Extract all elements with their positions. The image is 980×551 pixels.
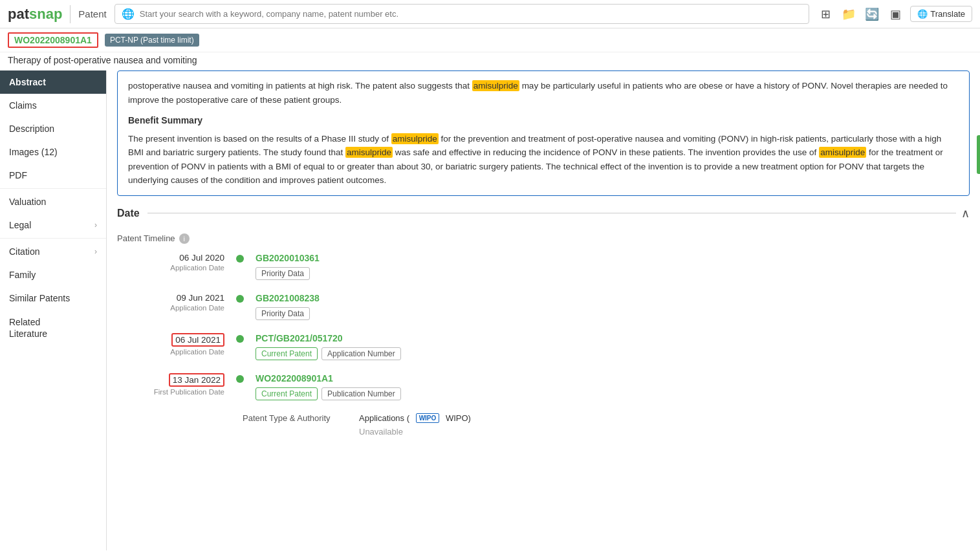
sidebar-item-label: Description <box>9 124 54 134</box>
sidebar-item-label: Citation <box>9 246 39 257</box>
patent-link-3[interactable]: PCT/GB2021/051720 <box>256 333 343 343</box>
pct-status-badge: PCT-NP (Past time limit) <box>105 34 199 47</box>
wipo-badge: WIPO <box>416 413 440 423</box>
sidebar-item-description[interactable]: Description <box>0 117 106 140</box>
sidebar-item-related[interactable]: RelatedLiterature <box>0 310 106 346</box>
patent-type-row: Patent Type & Authority Applications ( W… <box>130 413 970 423</box>
timeline-dot-col-4 <box>234 373 246 383</box>
timeline-date-highlighted-4: 13 Jan 2022 <box>169 373 224 387</box>
header-actions: ⊞ 📁 🔄 ▣ 🌐 Translate <box>817 6 972 23</box>
unavailable-row: Unavailable <box>130 427 970 437</box>
sidebar-item-family[interactable]: Family <box>0 263 106 286</box>
sidebar-item-label: Family <box>9 270 36 280</box>
collapse-icon[interactable]: ∧ <box>961 206 970 221</box>
sidebar-item-label: Images (12) <box>9 147 58 157</box>
timeline-date-col-4: 13 Jan 2022 First Publication Date <box>130 373 234 396</box>
patent-link-1[interactable]: GB2020010361 <box>256 253 320 263</box>
timeline-dot-col-1 <box>234 253 246 263</box>
tag-priority-data-1[interactable]: Priority Data <box>256 267 310 280</box>
sidebar-item-citation[interactable]: Citation › <box>0 240 106 263</box>
timeline-date-label-3: Application Date <box>130 348 224 356</box>
timeline-date-3: 06 Jul 2021 <box>130 333 224 347</box>
timeline-dot-col-2 <box>234 293 246 303</box>
sidebar-item-label: Similar Patents <box>9 293 70 303</box>
timeline-content-col-1: GB2020010361 Priority Data <box>246 253 970 280</box>
unavailable-value: Unavailable <box>359 427 403 437</box>
timeline-date-highlighted-3: 06 Jul 2021 <box>171 333 224 347</box>
date-section-title: Date <box>117 208 140 219</box>
benefit-summary-title: Benefit Summary <box>128 113 959 127</box>
refresh-icon[interactable]: 🔄 <box>864 6 880 23</box>
grid-icon[interactable]: ⊞ <box>817 6 834 23</box>
sidebar-item-label: Abstract <box>9 77 46 87</box>
translate-label: Translate <box>930 9 965 19</box>
sidebar-item-images[interactable]: Images (12) <box>0 140 106 164</box>
section-divider-line <box>147 213 956 213</box>
timeline-date-col-2: 09 Jun 2021 Application Date <box>130 293 234 312</box>
timeline-row-3: 06 Jul 2021 Application Date PCT/GB2021/… <box>130 333 970 360</box>
timeline-tags-4: Current Patent Publication Number <box>256 387 970 400</box>
timeline-date-1: 06 Jul 2020 <box>130 253 224 263</box>
layout-icon[interactable]: ▣ <box>887 6 904 23</box>
abstract-box: postoperative nausea and vomiting in pat… <box>117 70 970 196</box>
patent-section-label: Patent <box>78 8 106 19</box>
patent-title: Therapy of post-operative nausea and vom… <box>0 52 980 70</box>
timeline-content-col-3: PCT/GB2021/051720 Current Patent Applica… <box>246 333 970 360</box>
patent-link-4[interactable]: WO2022008901A1 <box>256 373 333 384</box>
tag-application-number-3[interactable]: Application Number <box>321 347 401 360</box>
sidebar-item-label: RelatedLiterature <box>9 316 47 340</box>
abstract-text-1: postoperative nausea and vomiting in pat… <box>128 81 472 91</box>
sidebar-separator-2 <box>0 238 106 239</box>
timeline-content-col-2: GB2021008238 Priority Data <box>246 293 970 320</box>
patent-link-2[interactable]: GB2021008238 <box>256 293 320 303</box>
header-divider <box>70 5 71 23</box>
timeline-dot-1 <box>236 255 244 263</box>
timeline-date-4: 13 Jan 2022 <box>130 373 224 387</box>
sidebar-item-label: Claims <box>9 100 37 111</box>
globe-icon: 🌐 <box>122 8 135 20</box>
tag-current-patent-4[interactable]: Current Patent <box>256 387 318 400</box>
translate-icon: 🌐 <box>917 9 928 19</box>
sidebar-item-abstract[interactable]: Abstract <box>0 70 106 94</box>
highlight-amisulpride-3: amisulpride <box>345 147 393 158</box>
timeline-date-label-1: Application Date <box>130 264 224 272</box>
sidebar-separator <box>0 188 106 189</box>
date-section: Date ∧ Patent Timeline i 06 Jul 2020 App… <box>107 206 980 447</box>
sidebar-item-label: PDF <box>9 170 27 180</box>
patent-type-label: Patent Type & Authority <box>243 413 359 423</box>
tag-current-patent-3[interactable]: Current Patent <box>256 347 318 360</box>
scroll-indicator <box>977 135 980 174</box>
highlight-amisulpride-4: amisulpride <box>819 147 866 158</box>
sidebar-item-legal[interactable]: Legal › <box>0 213 106 237</box>
timeline-dot-2 <box>236 295 244 303</box>
main-layout: Abstract Claims Description Images (12) … <box>0 70 980 550</box>
search-bar[interactable]: 🌐 <box>114 4 810 24</box>
highlight-amisulpride-1: amisulpride <box>472 80 519 91</box>
header: patsnap Patent 🌐 ⊞ 📁 🔄 ▣ 🌐 Translate <box>0 0 980 28</box>
benefit-text-3: was safe and effective in reducing the i… <box>393 147 819 157</box>
tag-publication-number-4[interactable]: Publication Number <box>321 387 401 400</box>
timeline-dot-3 <box>236 335 244 343</box>
timeline-row-1: 06 Jul 2020 Application Date GB202001036… <box>130 253 970 280</box>
tag-priority-data-2[interactable]: Priority Data <box>256 307 310 320</box>
timeline-date-col-1: 06 Jul 2020 Application Date <box>130 253 234 272</box>
sidebar-item-label: Valuation <box>9 197 46 207</box>
sidebar-item-claims[interactable]: Claims <box>0 94 106 117</box>
chevron-right-icon-2: › <box>94 247 97 256</box>
translate-button[interactable]: 🌐 Translate <box>910 6 972 22</box>
sidebar-item-label: Legal <box>9 220 31 230</box>
timeline-date-2: 09 Jun 2021 <box>130 293 224 303</box>
search-input[interactable] <box>140 9 803 19</box>
section-header-date: Date ∧ <box>117 206 970 224</box>
timeline-dot-col-3 <box>234 333 246 343</box>
patent-timeline: 06 Jul 2020 Application Date GB202001036… <box>117 253 970 400</box>
patent-id-badge[interactable]: WO2022008901A1 <box>8 32 98 48</box>
sidebar-item-similar[interactable]: Similar Patents <box>0 286 106 310</box>
info-icon[interactable]: i <box>179 233 190 244</box>
chevron-right-icon: › <box>94 221 97 230</box>
timeline-tags-3: Current Patent Application Number <box>256 347 970 360</box>
timeline-row-2: 09 Jun 2021 Application Date GB202100823… <box>130 293 970 320</box>
sidebar-item-pdf[interactable]: PDF <box>0 164 106 187</box>
sidebar-item-valuation[interactable]: Valuation <box>0 190 106 213</box>
folder-icon[interactable]: 📁 <box>840 6 857 23</box>
